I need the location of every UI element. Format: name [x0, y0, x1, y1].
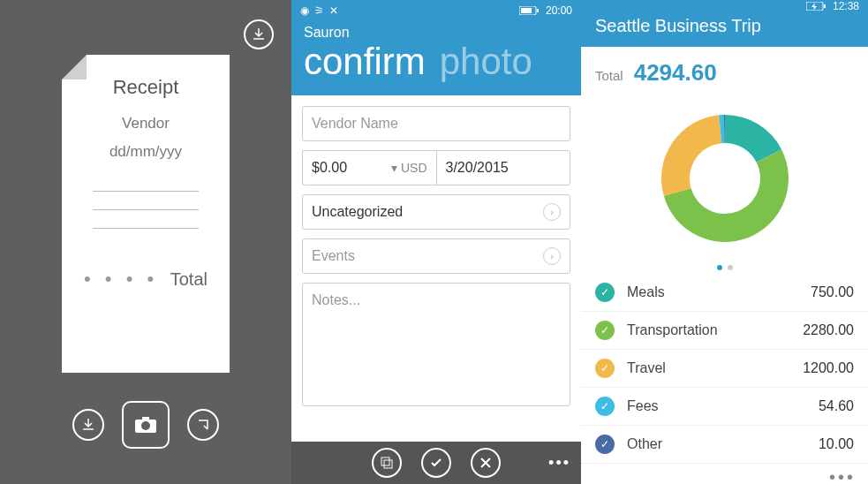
dots: • • • • — [84, 268, 158, 291]
svg-rect-1 — [142, 417, 149, 420]
receipt-title: Receipt — [113, 76, 179, 99]
scan-receipt-panel: Receipt Vendor dd/mm/yyy • • • • Total — [0, 0, 291, 484]
events-label: Events — [312, 248, 355, 264]
wifi-icon: ⚞ — [314, 4, 324, 17]
copy-button[interactable] — [372, 448, 402, 478]
category-row[interactable]: ✓Other10.00 — [581, 426, 868, 464]
confirm-expense-panel: ◉ ⚞ ✕ 20:00 Sauron confirm photo Vendor … — [291, 0, 581, 484]
category-amount: 1200.00 — [803, 360, 854, 376]
vendor-name-placeholder: Vendor Name — [312, 116, 398, 132]
expense-form: Vendor Name $0.00 ▾ USD 3/20/2015 Uncate… — [291, 95, 581, 417]
svg-rect-6 — [381, 458, 389, 465]
category-label: Other — [627, 436, 819, 452]
category-label: Meals — [627, 284, 811, 300]
notes-placeholder: Notes... — [312, 292, 360, 307]
receipt-total-row: • • • • Total — [84, 268, 208, 291]
crop-button[interactable] — [187, 409, 219, 441]
category-amount: 2280.00 — [803, 322, 854, 338]
receipt-preview: Receipt Vendor dd/mm/yyy • • • • Total — [62, 55, 230, 373]
trip-summary-panel: 12:38 Seattle Business Trip Total 4294.6… — [581, 0, 868, 484]
status-time: 20:00 — [546, 4, 572, 17]
category-amount: 54.60 — [819, 398, 854, 414]
notes-input[interactable]: Notes... — [302, 283, 570, 406]
page-indicator — [717, 265, 733, 270]
receipt-line — [93, 209, 199, 210]
category-label: Transportation — [627, 322, 803, 338]
status-time: 12:38 — [833, 0, 859, 12]
more-button[interactable]: ••• — [548, 454, 570, 473]
category-amount: 750.00 — [811, 284, 854, 300]
date-value: 3/20/2015 — [446, 160, 509, 176]
network-icon: ◉ — [300, 4, 309, 17]
tab-photo[interactable]: photo — [440, 41, 532, 83]
category-row[interactable]: ✓Fees54.60 — [581, 388, 868, 426]
scan-actions — [0, 401, 291, 449]
total-label: Total — [595, 68, 623, 83]
receipt-line — [93, 191, 199, 192]
status-bar: 12:38 — [581, 0, 868, 12]
status-bar: ◉ ⚞ ✕ 20:00 — [291, 0, 581, 21]
crop-icon — [196, 418, 210, 432]
page-dot — [728, 265, 733, 270]
camera-icon — [134, 416, 157, 434]
battery-icon — [519, 6, 539, 15]
category-row[interactable]: ✓Transportation2280.00 — [581, 312, 868, 350]
donut-chart[interactable] — [581, 92, 868, 274]
category-label: Fees — [627, 398, 819, 414]
category-color-dot: ✓ — [595, 321, 615, 340]
category-amount: 10.00 — [819, 436, 854, 452]
receipt-vendor-placeholder: Vendor — [122, 115, 170, 132]
donut-chart-svg — [645, 99, 804, 258]
vibrate-icon: ✕ — [329, 4, 338, 17]
receipt-line — [93, 228, 199, 229]
category-row[interactable]: ✓Travel1200.00 — [581, 350, 868, 388]
svg-rect-7 — [384, 460, 392, 468]
svg-point-2 — [141, 421, 150, 430]
page-fold-decoration — [62, 55, 87, 79]
category-color-dot: ✓ — [595, 397, 615, 416]
tab-confirm[interactable]: confirm — [304, 41, 426, 83]
download-button[interactable] — [244, 19, 274, 49]
donut-slice — [661, 115, 721, 196]
total-label: Total — [170, 269, 208, 290]
more-button[interactable]: ••• — [581, 464, 868, 484]
chevron-right-icon: › — [543, 247, 561, 265]
cancel-button[interactable] — [471, 448, 501, 478]
confirm-header: Sauron confirm photo — [291, 21, 581, 95]
category-row[interactable]: ✓Meals750.00 — [581, 274, 868, 312]
app-name: Sauron — [304, 25, 569, 41]
category-select[interactable]: Uncategorized › — [302, 194, 570, 230]
svg-rect-4 — [521, 8, 532, 13]
receipt-date-placeholder: dd/mm/yyy — [109, 143, 182, 161]
page-dot-active — [717, 265, 722, 270]
svg-rect-5 — [537, 9, 539, 12]
total-value: 4294.60 — [634, 59, 717, 87]
category-color-dot: ✓ — [595, 435, 615, 454]
download-icon — [81, 418, 95, 432]
amount-value: $0.00 — [312, 160, 347, 176]
battery-charging-icon — [806, 2, 826, 11]
chevron-right-icon: › — [543, 203, 561, 221]
copy-icon — [380, 456, 394, 470]
camera-button[interactable] — [122, 401, 170, 449]
chevron-down-icon: ▾ — [391, 161, 397, 175]
confirm-bottom-bar: ••• — [291, 442, 581, 484]
close-icon — [479, 456, 493, 470]
events-select[interactable]: Events › — [302, 238, 570, 274]
category-label: Uncategorized — [312, 204, 403, 220]
category-color-dot: ✓ — [595, 283, 615, 302]
amount-input[interactable]: $0.00 ▾ USD — [302, 150, 436, 185]
category-color-dot: ✓ — [595, 359, 615, 378]
download-icon — [252, 27, 266, 42]
currency-label: USD — [401, 161, 427, 175]
check-icon — [429, 456, 443, 470]
trip-total-row: Total 4294.60 — [581, 47, 868, 92]
date-input[interactable]: 3/20/2015 — [436, 150, 571, 185]
category-label: Travel — [627, 360, 803, 376]
trip-title: Seattle Business Trip — [581, 12, 868, 47]
vendor-name-input[interactable]: Vendor Name — [302, 106, 570, 141]
import-button[interactable] — [72, 409, 104, 441]
category-list: ✓Meals750.00✓Transportation2280.00✓Trave… — [581, 274, 868, 464]
accept-button[interactable] — [421, 448, 451, 478]
svg-rect-9 — [824, 4, 826, 8]
